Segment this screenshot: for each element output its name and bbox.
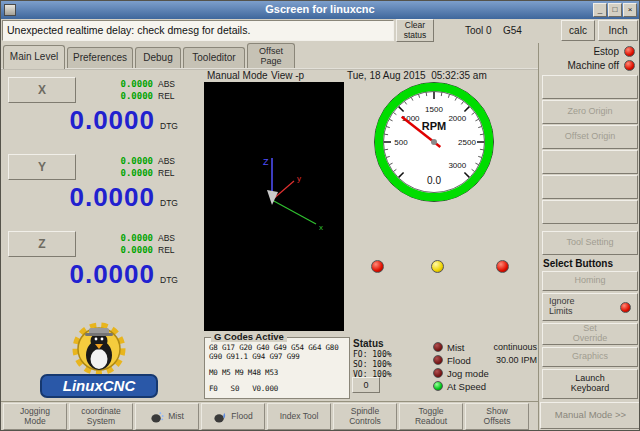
axis-y-abs-value: 0.0000	[77, 156, 153, 166]
machine-off-led	[624, 60, 635, 71]
svg-text:1500: 1500	[425, 105, 443, 114]
axis-z-dtg-value: 0.0000	[3, 259, 155, 290]
flood-indicator-row: Flood 30.00 IPM	[433, 354, 537, 366]
status-led-2	[431, 260, 444, 273]
toolbar-coordinate-system[interactable]: coordinate System	[69, 403, 133, 430]
toolbar-flood[interactable]: Flood	[201, 403, 265, 430]
window-title: Gscreen for linuxcnc	[1, 3, 639, 15]
feed-override: FO: 100%	[353, 350, 392, 359]
maximize-button[interactable]: □	[608, 3, 622, 17]
axis-x-abs-value: 0.0000	[77, 79, 153, 89]
jog-mode-led	[433, 368, 443, 378]
estop-led	[624, 46, 635, 57]
toolbar-spindle-controls[interactable]: Spindle Controls	[333, 403, 397, 430]
axis-y-button[interactable]: Y	[8, 154, 76, 180]
gcodes-title: G Codes Active	[211, 331, 287, 342]
coord-system-label: G54	[503, 25, 522, 36]
minimize-button[interactable]: _	[593, 3, 607, 17]
ignore-limits-toggle[interactable]: Ignore Limits	[542, 293, 638, 321]
mcode-line: M0 M5 M9 M48 M53	[209, 368, 278, 377]
tab-main-level[interactable]: Main Level	[3, 45, 65, 69]
app-window: Gscreen for linuxcnc _ □ × Unexpected re…	[0, 0, 640, 431]
axis-y-dtg-value: 0.0000	[3, 182, 155, 213]
clear-status-button[interactable]: Clear status	[396, 19, 434, 42]
launch-keyboard-button[interactable]: Launch Keyboard	[542, 369, 638, 399]
rel-label: REL	[158, 245, 175, 255]
gauge-value: 0.0	[427, 175, 441, 186]
dtg-label: DTG	[160, 198, 178, 208]
graphics-button[interactable]: Graphics	[542, 347, 638, 367]
mode-label: Manual Mode	[207, 70, 268, 81]
jog-mode-indicator-row: Jog mode	[433, 367, 537, 379]
svg-text:3000: 3000	[448, 161, 466, 170]
toolbar-index-tool[interactable]: Index Tool	[267, 403, 331, 430]
close-button[interactable]: ×	[623, 3, 637, 17]
offset-origin-button[interactable]: Offset Origin	[542, 125, 638, 149]
tab-preferences[interactable]: Preferences	[67, 47, 133, 69]
at-speed-indicator-row: At Speed	[433, 380, 537, 392]
spindle-override: SO: 100%	[353, 360, 392, 369]
toolbar-show-offsets[interactable]: Show Offsets	[465, 403, 529, 430]
logo-text: LinuxCNC	[63, 377, 137, 394]
axis-x-group: X 0.0000 ABS 0.0000 REL 0.0000 DTG	[1, 75, 201, 151]
machine-off-label: Machine off	[567, 60, 619, 71]
blank-button	[542, 150, 638, 174]
tool-setting-button[interactable]: Tool Setting	[542, 231, 638, 255]
estop-label: Estop	[593, 46, 619, 57]
abs-label: ABS	[158, 156, 175, 166]
view-label: View -p	[271, 70, 304, 81]
mode-cycle-button[interactable]: Manual Mode >>	[540, 402, 640, 429]
homing-button[interactable]: Homing	[542, 271, 638, 291]
fsv-line: F0 S0 V0.000	[209, 384, 278, 393]
abs-label: ABS	[158, 79, 175, 89]
tab-debug[interactable]: Debug	[135, 47, 181, 69]
status-led-1	[371, 260, 384, 273]
axis-z-button[interactable]: Z	[8, 231, 76, 257]
axis-z-abs-value: 0.0000	[77, 233, 153, 243]
axis-z-group: Z 0.0000 ABS 0.0000 REL 0.0000 DTG	[1, 229, 201, 305]
svg-text:2500: 2500	[458, 138, 476, 147]
override-spinbox[interactable]: 0	[352, 377, 380, 393]
linuxcnc-logo: LinuxCNC	[39, 319, 159, 399]
units-button[interactable]: Inch	[598, 20, 638, 41]
axis-y-group: Y 0.0000 ABS 0.0000 REL 0.0000 DTG	[1, 152, 201, 228]
set-override-button[interactable]: Set Override	[542, 323, 638, 345]
zero-origin-button[interactable]: Zero Origin	[542, 100, 638, 124]
ignore-limits-label: Ignore Limits	[549, 297, 589, 317]
mist-label: Mist	[447, 342, 493, 353]
rel-label: REL	[158, 91, 175, 101]
mist-indicator-row: Mist continuous	[433, 341, 537, 353]
jog-mode-label: Jog mode	[447, 368, 537, 379]
status-panel-title: Status	[353, 338, 384, 349]
gcode-line: G8 G17 G20 G40 G49 G54 G64 G80	[209, 343, 338, 352]
tab-offset-page[interactable]: Offset Page	[247, 43, 295, 69]
estop-row[interactable]: Estop	[543, 45, 635, 58]
flood-icon	[213, 409, 228, 424]
mist-icon	[150, 409, 165, 424]
tab-tooleditor[interactable]: Tooleditor	[183, 47, 245, 69]
toolbar-toggle-readout[interactable]: Toggle Readout	[399, 403, 463, 430]
tool-number-label: Tool 0	[465, 25, 492, 36]
axis-x-rel-value: 0.0000	[77, 91, 153, 101]
calc-button[interactable]: calc	[561, 20, 595, 41]
ignore-limits-led	[620, 302, 631, 313]
blank-button	[542, 200, 638, 224]
axis-x-button[interactable]: X	[8, 77, 76, 103]
rel-label: REL	[158, 168, 175, 178]
toolbar-mist[interactable]: Mist	[135, 403, 199, 430]
at-speed-label: At Speed	[447, 381, 537, 392]
x-axis-label: x	[319, 223, 323, 232]
select-buttons-label: Select Buttons	[543, 258, 613, 269]
mist-led	[433, 342, 443, 352]
titlebar[interactable]: Gscreen for linuxcnc _ □ ×	[1, 1, 639, 19]
abs-label: ABS	[158, 233, 175, 243]
realtime-delay-message: Unexpected realtime delay: check dmesg f…	[2, 20, 394, 41]
flood-led	[433, 355, 443, 365]
machine-off-row[interactable]: Machine off	[543, 59, 635, 72]
toolbar-jogging-mode[interactable]: Jogging Mode	[3, 403, 67, 430]
gcodes-panel: G8 G17 G20 G40 G49 G54 G64 G80 G90 G91.1…	[204, 337, 350, 399]
svg-text:2000: 2000	[448, 114, 466, 123]
axis-x-dtg-value: 0.0000	[3, 105, 155, 136]
gauge-title: RPM	[422, 120, 446, 132]
gl-preview[interactable]: Z y x	[204, 82, 344, 331]
